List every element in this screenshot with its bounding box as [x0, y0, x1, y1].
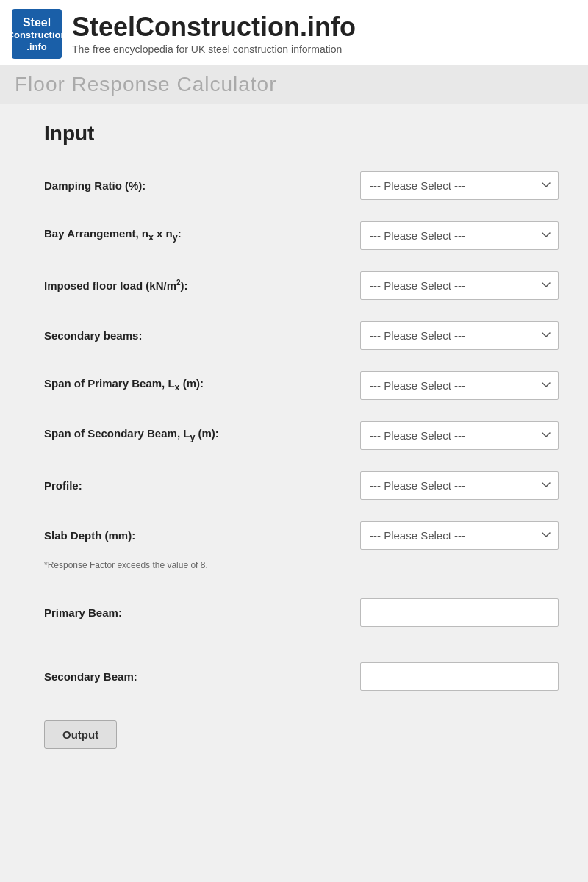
output-button[interactable]: Output [44, 720, 117, 749]
imposed-floor-load-select[interactable]: --- Please Select --- [360, 271, 559, 300]
divider-1 [44, 578, 559, 578]
span-primary-select-wrapper: --- Please Select --- [360, 371, 559, 400]
span-primary-row: Span of Primary Beam, Lx (m): --- Please… [44, 363, 559, 407]
bay-arrangement-select-wrapper: --- Please Select --- [360, 221, 559, 250]
slab-depth-row: Slab Depth (mm): --- Please Select --- [44, 513, 559, 557]
logo-text-2: Construction [7, 29, 67, 41]
profile-row: Profile: --- Please Select --- [44, 463, 559, 507]
slab-depth-select[interactable]: --- Please Select --- [360, 521, 559, 550]
span-secondary-select-wrapper: --- Please Select --- [360, 421, 559, 450]
page-title: Floor Response Calculator [15, 73, 573, 96]
profile-select-wrapper: --- Please Select --- [360, 471, 559, 500]
site-header: Steel Construction .info SteelConstructi… [0, 0, 588, 65]
profile-select[interactable]: --- Please Select --- [360, 471, 559, 500]
section-title: Input [44, 122, 559, 146]
secondary-beam-row: Secondary Beam: [44, 654, 559, 698]
site-subtitle: The free encyclopedia for UK steel const… [72, 43, 356, 55]
header-text-group: SteelConstruction.info The free encyclop… [72, 12, 356, 55]
slab-depth-group: Slab Depth (mm): --- Please Select --- *… [44, 513, 559, 570]
logo-text-1: Steel [23, 15, 51, 29]
page-title-bar: Floor Response Calculator [0, 65, 588, 104]
primary-beam-row: Primary Beam: [44, 590, 559, 634]
main-content: Input Damping Ratio (%): --- Please Sele… [0, 104, 588, 778]
primary-beam-input[interactable] [360, 598, 559, 627]
secondary-beams-row: Secondary beams: --- Please Select --- [44, 313, 559, 357]
secondary-beams-select[interactable]: --- Please Select --- [360, 321, 559, 350]
primary-beam-label: Primary Beam: [44, 605, 360, 620]
imposed-floor-load-select-wrapper: --- Please Select --- [360, 271, 559, 300]
slab-depth-select-wrapper: --- Please Select --- [360, 521, 559, 550]
imposed-floor-load-row: Imposed floor load (kN/m2): --- Please S… [44, 263, 559, 307]
secondary-beam-label: Secondary Beam: [44, 669, 360, 684]
bay-arrangement-row: Bay Arrangement, nx x ny: --- Please Sel… [44, 213, 559, 257]
span-primary-select[interactable]: --- Please Select --- [360, 371, 559, 400]
profile-label: Profile: [44, 478, 360, 493]
span-secondary-row: Span of Secondary Beam, Ly (m): --- Plea… [44, 413, 559, 457]
span-secondary-select[interactable]: --- Please Select --- [360, 421, 559, 450]
output-section: Output [44, 720, 559, 749]
damping-ratio-select-wrapper: --- Please Select --- [360, 171, 559, 200]
primary-beam-input-wrapper [360, 598, 559, 627]
bay-arrangement-select[interactable]: --- Please Select --- [360, 221, 559, 250]
bay-arrangement-label: Bay Arrangement, nx x ny: [44, 226, 360, 245]
damping-ratio-label: Damping Ratio (%): [44, 178, 360, 193]
secondary-beam-input[interactable] [360, 662, 559, 691]
slab-depth-warning: *Response Factor exceeds the value of 8. [44, 560, 559, 570]
damping-ratio-row: Damping Ratio (%): --- Please Select --- [44, 163, 559, 207]
slab-depth-label: Slab Depth (mm): [44, 528, 360, 543]
site-title: SteelConstruction.info [72, 12, 356, 42]
logo-text-3: .info [26, 41, 46, 53]
secondary-beam-input-wrapper [360, 662, 559, 691]
site-logo: Steel Construction .info [12, 9, 62, 59]
secondary-beams-label: Secondary beams: [44, 328, 360, 343]
secondary-beams-select-wrapper: --- Please Select --- [360, 321, 559, 350]
damping-ratio-select[interactable]: --- Please Select --- [360, 171, 559, 200]
imposed-floor-load-label: Imposed floor load (kN/m2): [44, 278, 360, 293]
span-secondary-label: Span of Secondary Beam, Ly (m): [44, 426, 360, 445]
divider-2 [44, 642, 559, 642]
span-primary-label: Span of Primary Beam, Lx (m): [44, 376, 360, 395]
